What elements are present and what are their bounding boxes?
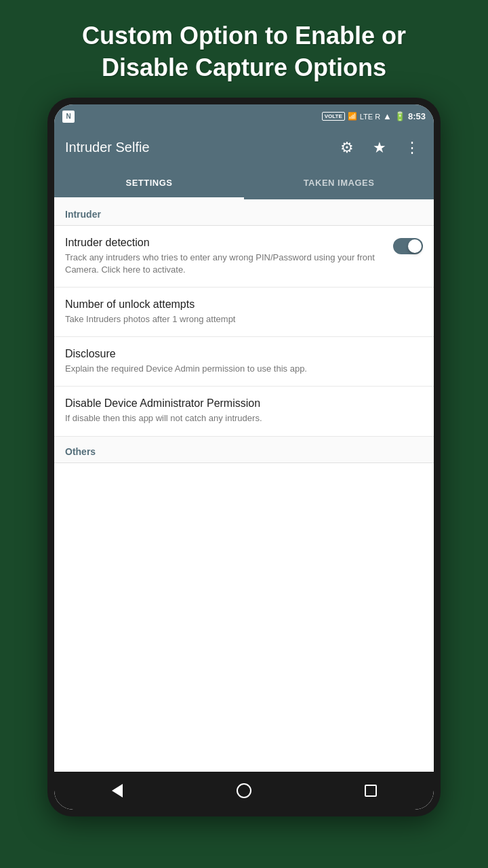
setting-unlock-attempts[interactable]: Number of unlock attempts Take Intruders… [54, 288, 434, 337]
status-left: N [62, 111, 75, 123]
tabs-bar: SETTINGS TAKEN IMAGES [54, 167, 434, 199]
setting-desc-unlock-attempts: Take Intruders photos after 1 wrong atte… [65, 313, 415, 326]
tab-settings[interactable]: SETTINGS [54, 167, 244, 199]
back-button[interactable] [100, 774, 134, 808]
setting-disclosure[interactable]: Disclosure Explain the required Device A… [54, 337, 434, 387]
content-area: Intruder Intruder detection Track any in… [54, 199, 434, 772]
back-icon [112, 784, 123, 797]
section-header-others: Others [54, 437, 434, 463]
time-display: 8:53 [408, 111, 426, 121]
toggle-knob [408, 239, 422, 253]
more-options-icon[interactable]: ⋮ [401, 139, 423, 157]
home-icon [237, 783, 251, 798]
toggle-container-intruder[interactable] [393, 237, 423, 254]
wifi-icon: 📶 [348, 112, 357, 121]
status-right: VOLTE 📶 LTE R ▲ 🔋 8:53 [322, 111, 426, 121]
toggle-intruder-detection[interactable] [393, 238, 423, 254]
recent-icon [365, 785, 377, 797]
setting-text-intruder-detection: Intruder detection Track any intruders w… [65, 237, 393, 276]
setting-desc-disable-admin: If disable then this app will not catch … [65, 412, 415, 425]
status-bar: N VOLTE 📶 LTE R ▲ 🔋 8:53 [54, 104, 434, 129]
page-title: Custom Option to Enable or Disable Captu… [55, 0, 433, 98]
app-title: Intruder Selfie [65, 140, 325, 155]
settings-icon[interactable]: ⚙ [336, 139, 358, 157]
battery-icon: 🔋 [394, 111, 405, 121]
star-icon[interactable]: ★ [369, 139, 390, 157]
setting-title-unlock-attempts: Number of unlock attempts [65, 298, 415, 311]
setting-title-intruder-detection: Intruder detection [65, 237, 385, 249]
signal-bars: ▲ [383, 111, 392, 121]
setting-text-unlock-attempts: Number of unlock attempts Take Intruders… [65, 298, 423, 326]
phone-device: N VOLTE 📶 LTE R ▲ 🔋 8:53 Intruder Selfie… [47, 98, 441, 816]
app-bar: Intruder Selfie ⚙ ★ ⋮ [54, 129, 434, 167]
setting-desc-disclosure: Explain the required Device Admin permis… [65, 363, 415, 375]
nexus-icon: N [62, 111, 75, 123]
recent-button[interactable] [354, 774, 388, 808]
setting-intruder-detection[interactable]: Intruder detection Track any intruders w… [54, 226, 434, 288]
setting-title-disable-admin: Disable Device Administrator Permission [65, 397, 415, 410]
bottom-spacer [54, 463, 434, 504]
setting-disable-admin[interactable]: Disable Device Administrator Permission … [54, 387, 434, 436]
lte-indicator: LTE R [360, 113, 380, 121]
home-button[interactable] [227, 774, 261, 808]
setting-text-disable-admin: Disable Device Administrator Permission … [65, 397, 423, 425]
setting-text-disclosure: Disclosure Explain the required Device A… [65, 348, 423, 375]
section-header-intruder: Intruder [54, 199, 434, 226]
bottom-nav [54, 772, 434, 810]
setting-desc-intruder-detection: Track any intruders who tries to enter a… [65, 252, 385, 276]
phone-screen: N VOLTE 📶 LTE R ▲ 🔋 8:53 Intruder Selfie… [54, 104, 434, 810]
tab-taken-images[interactable]: TAKEN IMAGES [244, 167, 434, 199]
setting-title-disclosure: Disclosure [65, 348, 415, 360]
volte-badge: VOLTE [322, 112, 345, 121]
